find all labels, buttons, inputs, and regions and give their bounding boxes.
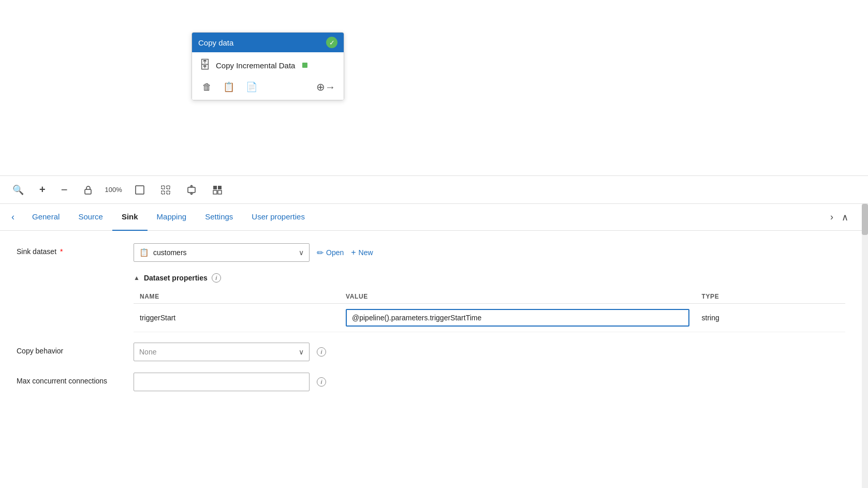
required-star: * (60, 247, 63, 256)
svg-rect-9 (213, 186, 217, 189)
plus-icon: + (351, 248, 356, 257)
scrollbar-thumb[interactable] (862, 204, 868, 235)
col-header-value: VALUE (340, 290, 696, 304)
copy-button[interactable]: 📄 (244, 80, 259, 94)
svg-rect-0 (85, 189, 91, 194)
properties-content: ‹ General Source Sink Mapping Settings U… (0, 204, 862, 488)
add-output-button[interactable]: ⊕→ (316, 81, 335, 93)
select-button[interactable] (157, 183, 174, 197)
node-body: 🗄 Copy Incremental Data 🗑 📋 📄 ⊕→ (192, 52, 344, 100)
tab-mapping[interactable]: Mapping (148, 204, 196, 231)
prop-type-cell: string (696, 304, 845, 332)
status-dot (302, 63, 307, 68)
form-content: Sink dataset * 📋 customers ∨ ✏ Open + (0, 231, 862, 488)
max-connections-label: Max concurrent connections (17, 373, 125, 385)
svg-rect-10 (218, 186, 222, 189)
max-connections-input[interactable] (134, 373, 310, 391)
node-check-icon: ✓ (326, 37, 337, 48)
svg-rect-5 (167, 191, 170, 194)
svg-rect-4 (161, 191, 165, 194)
tab-general[interactable]: General (23, 204, 69, 231)
delete-button[interactable]: 🗑 (200, 81, 214, 94)
copy-behavior-select[interactable]: None ∨ (134, 343, 310, 361)
lock-button[interactable] (80, 183, 96, 197)
fit-page-button[interactable] (131, 183, 148, 197)
zoom-out-button[interactable]: − (58, 181, 71, 199)
tab-user-properties[interactable]: User properties (242, 204, 314, 231)
table-row: triggerStart string (134, 304, 845, 332)
sink-dataset-label: Sink dataset * (17, 243, 125, 256)
svg-rect-12 (218, 190, 222, 194)
tab-settings[interactable]: Settings (196, 204, 242, 231)
copy-behavior-label: Copy behavior (17, 343, 125, 355)
col-header-name: NAME (134, 290, 340, 304)
node-header: Copy data ✓ (192, 33, 344, 52)
zoom-level: 100% (105, 186, 122, 194)
svg-rect-6 (188, 187, 195, 193)
copy-behavior-info-icon[interactable]: i (317, 347, 326, 357)
tab-source[interactable]: Source (69, 204, 112, 231)
clone-button[interactable]: 📋 (221, 80, 237, 94)
tab-sink[interactable]: Sink (112, 204, 148, 231)
properties-panel: ‹ General Source Sink Mapping Settings U… (0, 204, 868, 488)
sink-dataset-controls: 📋 customers ∨ ✏ Open + New (134, 243, 845, 262)
col-header-type: TYPE (696, 290, 845, 304)
new-dataset-button[interactable]: + New (351, 248, 373, 257)
info-icon[interactable]: i (212, 273, 221, 283)
properties-table: NAME VALUE TYPE (134, 290, 845, 332)
node-header-title: Copy data (198, 38, 233, 47)
sink-dataset-chevron-icon: ∨ (299, 248, 304, 257)
svg-rect-1 (136, 186, 144, 194)
fit-height-button[interactable] (183, 183, 200, 197)
collapse-triangle-icon: ▲ (134, 274, 140, 282)
svg-rect-11 (213, 190, 217, 194)
max-connections-controls: i (134, 373, 845, 391)
tab-collapse-button[interactable]: ∧ (837, 210, 852, 225)
copy-behavior-controls: None ∨ i (134, 343, 845, 361)
scrollbar-track[interactable] (862, 204, 868, 488)
sink-dataset-select[interactable]: 📋 customers ∨ (134, 243, 310, 262)
database-icon: 🗄 (199, 58, 211, 72)
dataset-properties-section: ▲ Dataset properties i NAME VALUE (134, 273, 845, 332)
prop-value-cell[interactable] (340, 304, 696, 332)
svg-rect-3 (167, 186, 170, 189)
tab-back-button[interactable]: ‹ (9, 210, 17, 225)
node-title-row: 🗄 Copy Incremental Data (199, 58, 336, 72)
sink-dataset-value: customers (153, 248, 299, 257)
search-button[interactable]: 🔍 (9, 182, 27, 198)
prop-value-input[interactable] (346, 309, 689, 327)
max-connections-info-icon[interactable]: i (317, 377, 326, 387)
copy-behavior-row: Copy behavior None ∨ i (17, 343, 845, 361)
svg-rect-2 (161, 186, 165, 189)
layout-button[interactable] (209, 183, 226, 197)
pipeline-node[interactable]: Copy data ✓ 🗄 Copy Incremental Data 🗑 📋 … (192, 32, 344, 100)
dataset-select-icon: 📋 (139, 248, 149, 257)
pencil-icon: ✏ (317, 248, 323, 258)
dataset-properties-header[interactable]: ▲ Dataset properties i (134, 273, 845, 283)
sink-dataset-row: Sink dataset * 📋 customers ∨ ✏ Open + (17, 243, 845, 262)
node-name: Copy Incremental Data (216, 61, 295, 70)
copy-behavior-chevron-icon: ∨ (299, 348, 304, 356)
canvas-area: Copy data ✓ 🗄 Copy Incremental Data 🗑 📋 … (0, 0, 868, 176)
max-connections-row: Max concurrent connections i (17, 373, 845, 391)
tab-next-button[interactable]: › (826, 210, 837, 225)
node-actions: 🗑 📋 📄 ⊕→ (199, 78, 336, 96)
prop-name-cell: triggerStart (134, 304, 340, 332)
canvas-toolbar: 🔍 + − 100% (0, 176, 868, 204)
open-dataset-button[interactable]: ✏ Open (317, 248, 344, 258)
tabs-bar: ‹ General Source Sink Mapping Settings U… (0, 204, 862, 231)
zoom-in-button[interactable]: + (36, 182, 49, 198)
